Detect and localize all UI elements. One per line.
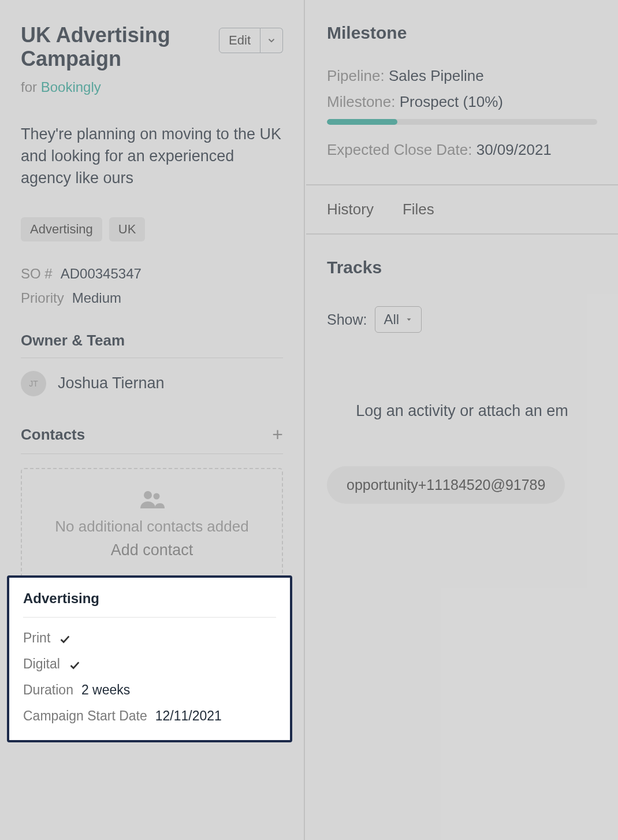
close-date-label: Expected Close Date: [327, 141, 472, 158]
tab-files[interactable]: Files [403, 200, 434, 218]
advertising-card: Advertising Print Digital Duration 2 wee… [7, 575, 292, 742]
progress-bar [327, 119, 597, 125]
milestone-value: Prospect (10%) [400, 93, 503, 110]
duration-value: 2 weeks [81, 682, 130, 698]
tracks-section-title: Tracks [327, 258, 597, 277]
owner-name: Joshua Tiernan [58, 374, 165, 392]
chevron-down-icon [266, 35, 277, 46]
contacts-empty-box: No additional contacts added Add contact [21, 468, 283, 583]
milestone-section-title: Milestone [327, 23, 597, 43]
edit-dropdown-button[interactable] [260, 28, 283, 53]
show-filter-select[interactable]: All [375, 306, 422, 333]
page-title: UK Advertising Campaign [21, 23, 206, 71]
contacts-empty-text: No additional contacts added [33, 518, 270, 536]
contacts-section-title: Contacts [21, 426, 85, 444]
milestone-label: Milestone: [327, 93, 396, 110]
tag-item[interactable]: UK [109, 217, 146, 241]
caret-down-icon [405, 315, 413, 324]
pipeline-label: Pipeline: [327, 67, 385, 84]
description-text: They're planning on moving to the UK and… [21, 123, 283, 189]
campaign-start-value: 12/11/2021 [155, 708, 222, 724]
divider [21, 358, 283, 358]
check-icon [68, 656, 81, 672]
divider [21, 454, 283, 454]
owner-section-title: Owner & Team [21, 332, 283, 350]
opportunity-email-pill[interactable]: opportunity+11184520@91789 [327, 466, 565, 504]
edit-button-group: Edit [219, 28, 283, 53]
svg-marker-2 [407, 318, 411, 321]
priority-label: Priority [21, 290, 64, 306]
for-prefix: for [21, 79, 41, 95]
so-label: SO # [21, 266, 53, 282]
for-line: for Bookingly [21, 79, 283, 95]
for-entity-link[interactable]: Bookingly [41, 79, 101, 95]
campaign-start-label: Campaign Start Date [23, 708, 147, 724]
pipeline-value: Sales Pipeline [389, 67, 484, 84]
show-filter-value: All [384, 311, 399, 328]
show-label: Show: [327, 311, 367, 328]
divider [23, 617, 276, 618]
svg-point-0 [144, 491, 152, 499]
log-activity-prompt: Log an activity or attach an em [327, 402, 597, 420]
so-value: AD00345347 [61, 266, 142, 282]
tags-container: Advertising UK [21, 217, 283, 241]
add-contact-link[interactable]: Add contact [33, 541, 270, 559]
digital-label: Digital [23, 656, 60, 672]
tag-item[interactable]: Advertising [21, 217, 102, 241]
add-contact-icon[interactable]: + [272, 424, 283, 445]
svg-point-1 [154, 493, 160, 499]
edit-button[interactable]: Edit [219, 28, 260, 53]
owner-row[interactable]: JT Joshua Tiernan [21, 371, 283, 396]
people-icon [33, 490, 270, 508]
duration-label: Duration [23, 682, 73, 698]
advertising-card-title: Advertising [23, 590, 276, 607]
tab-history[interactable]: History [327, 200, 374, 218]
close-date-value: 30/09/2021 [476, 141, 552, 158]
progress-fill [327, 119, 397, 125]
priority-value: Medium [72, 290, 121, 306]
avatar: JT [21, 371, 46, 396]
print-label: Print [23, 630, 50, 646]
check-icon [58, 630, 71, 646]
